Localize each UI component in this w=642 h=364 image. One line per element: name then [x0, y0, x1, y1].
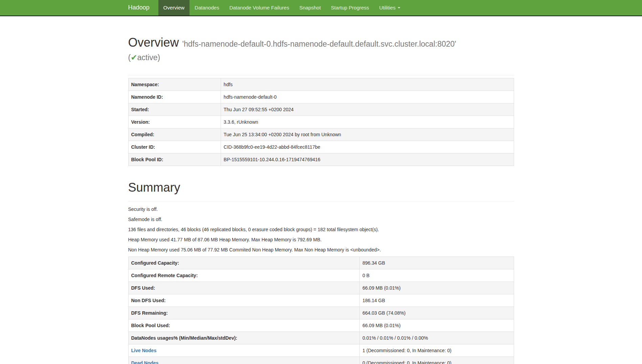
table-row: DFS Used:66.09 MB (0.01%): [128, 282, 514, 294]
page-title: Overview 'hdfs-namenode-default-0.hdfs-n…: [128, 36, 514, 64]
table-row: Live Nodes1 (Decommissioned: 0, In Maint…: [128, 344, 514, 357]
row-label: Compiled:: [128, 128, 221, 141]
live-nodes-link[interactable]: Live Nodes: [131, 348, 157, 353]
caret-down-icon: [398, 7, 400, 8]
row-value: 0 B: [359, 269, 514, 282]
row-label: DFS Remaining:: [128, 307, 359, 319]
row-label: Block Pool Used:: [128, 319, 359, 332]
page-subtitle: 'hdfs-namenode-default-0.hdfs-namenode-d…: [128, 40, 514, 64]
table-row: Dead Nodes0 (Decommissioned: 0, In Maint…: [128, 357, 514, 364]
row-value: 664.03 GB (74.08%): [359, 307, 514, 319]
namenode-info-tbody: Namespace:hdfsNamenode ID:hdfs-namenode-…: [128, 78, 514, 166]
row-label: Version:: [128, 116, 221, 128]
active-status: (✔active): [128, 51, 514, 64]
row-label: Dead Nodes: [128, 357, 359, 364]
namenode-address: 'hdfs-namenode-default-0.hdfs-namenode-d…: [182, 40, 456, 48]
table-row: Block Pool ID:BP-1515559101-10.244.0.16-…: [128, 153, 514, 166]
row-value: 896.34 GB: [359, 257, 514, 269]
table-row: DFS Remaining:664.03 GB (74.08%): [128, 307, 514, 319]
row-value: 0.01% / 0.01% / 0.01% / 0.00%: [359, 332, 514, 344]
row-value: Tue Jun 25 13:34:00 +0200 2024 by root f…: [221, 128, 514, 141]
nav-menu: OverviewDatanodesDatanode Volume Failure…: [158, 0, 405, 16]
summary-paragraphs: Security is off.Safemode is off.136 file…: [128, 206, 514, 253]
summary-paragraph: Non Heap Memory used 75.06 MB of 77.92 M…: [128, 246, 514, 253]
table-row: Block Pool Used:66.09 MB (0.01%): [128, 319, 514, 332]
table-row: Configured Remote Capacity:0 B: [128, 269, 514, 282]
row-value: 186.14 GB: [359, 294, 514, 307]
nav-item-label: Overview: [163, 4, 185, 11]
nav-item-datanodes[interactable]: Datanodes: [190, 0, 224, 16]
table-row: Namenode ID:hdfs-namenode-default-0: [128, 91, 514, 103]
nav-item-label: Utilities: [379, 4, 395, 11]
nav-item-startup-progress[interactable]: Startup Progress: [326, 0, 374, 16]
summary-title: Summary: [128, 181, 514, 194]
row-label: DataNodes usages% (Min/Median/Max/stdDev…: [128, 332, 359, 344]
row-value: 66.09 MB (0.01%): [359, 282, 514, 294]
row-label: Live Nodes: [128, 344, 359, 357]
capacity-table: Configured Capacity:896.34 GBConfigured …: [128, 257, 514, 364]
row-value: BP-1515559101-10.244.0.16-1719474769416: [221, 153, 514, 166]
page-title-text: Overview: [128, 35, 179, 49]
row-value: hdfs-namenode-default-0: [221, 91, 514, 103]
nav-item-label: Datanode Volume Failures: [229, 4, 289, 11]
check-icon: ✔: [131, 53, 137, 62]
nav-item-datanode-volume-failures[interactable]: Datanode Volume Failures: [224, 0, 294, 16]
nav-item-label: Datanodes: [195, 4, 219, 11]
row-value: CID-368b9fc0-ee19-4d22-abbd-84fcec8117be: [221, 141, 514, 153]
table-row: Version:3.3.6, rUnknown: [128, 116, 514, 128]
row-label: Namenode ID:: [128, 91, 221, 103]
namenode-info-table: Namespace:hdfsNamenode ID:hdfs-namenode-…: [128, 78, 514, 166]
table-row: Non DFS Used:186.14 GB: [128, 294, 514, 307]
summary-header: Summary: [128, 181, 514, 201]
status-label: active): [137, 53, 160, 62]
row-label: Block Pool ID:: [128, 153, 221, 166]
content: Overview 'hdfs-namenode-default-0.hdfs-n…: [128, 36, 514, 364]
nav-item-overview[interactable]: Overview: [158, 0, 190, 16]
row-label: DFS Used:: [128, 282, 359, 294]
row-value: 1 (Decommissioned: 0, In Maintenance: 0): [359, 344, 514, 357]
navbar: Hadoop OverviewDatanodesDatanode Volume …: [0, 0, 642, 16]
navbar-inner: Hadoop OverviewDatanodesDatanode Volume …: [128, 0, 514, 16]
summary-paragraph: Security is off.: [128, 206, 514, 213]
row-value: 3.3.6, rUnknown: [221, 116, 514, 128]
nav-item-label: Snapshot: [299, 4, 320, 11]
row-label: Configured Capacity:: [128, 257, 359, 269]
row-value: 0 (Decommissioned: 0, In Maintenance: 0): [359, 357, 514, 364]
capacity-tbody: Configured Capacity:896.34 GBConfigured …: [128, 257, 514, 364]
row-label: Cluster ID:: [128, 141, 221, 153]
row-value: hdfs: [221, 78, 514, 91]
row-label: Namespace:: [128, 78, 221, 91]
brand-link[interactable]: Hadoop: [128, 0, 158, 16]
table-row: Cluster ID:CID-368b9fc0-ee19-4d22-abbd-8…: [128, 141, 514, 153]
nav-item-utilities[interactable]: Utilities: [374, 0, 405, 16]
row-label: Non DFS Used:: [128, 294, 359, 307]
row-label: Started:: [128, 103, 221, 116]
page-header: Overview 'hdfs-namenode-default-0.hdfs-n…: [128, 36, 514, 75]
row-label: Configured Remote Capacity:: [128, 269, 359, 282]
nav-item-snapshot[interactable]: Snapshot: [294, 0, 326, 16]
summary-paragraph: Heap Memory used 41.77 MB of 87.06 MB He…: [128, 236, 514, 243]
dead-nodes-link[interactable]: Dead Nodes: [131, 360, 159, 364]
table-row: Namespace:hdfs: [128, 78, 514, 91]
table-row: Started:Thu Jun 27 09:52:55 +0200 2024: [128, 103, 514, 116]
row-value: 66.09 MB (0.01%): [359, 319, 514, 332]
row-value: Thu Jun 27 09:52:55 +0200 2024: [221, 103, 514, 116]
table-row: DataNodes usages% (Min/Median/Max/stdDev…: [128, 332, 514, 344]
summary-paragraph: Safemode is off.: [128, 216, 514, 223]
nav-item-label: Startup Progress: [331, 4, 369, 11]
summary-paragraph: 136 files and directories, 46 blocks (46…: [128, 226, 514, 233]
table-row: Configured Capacity:896.34 GB: [128, 257, 514, 269]
table-row: Compiled:Tue Jun 25 13:34:00 +0200 2024 …: [128, 128, 514, 141]
